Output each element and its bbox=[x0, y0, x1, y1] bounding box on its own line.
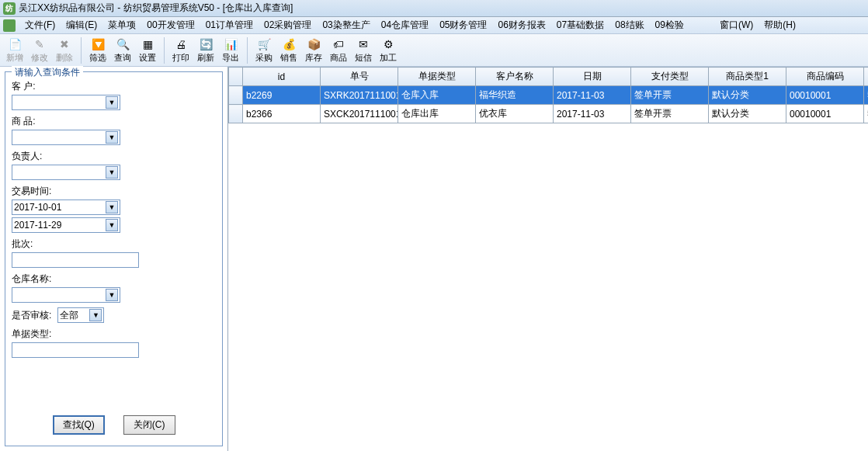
menu-report[interactable]: 06财务报表 bbox=[493, 17, 550, 33]
toolbar-label: 打印 bbox=[172, 52, 189, 64]
cell[interactable]: 50D涤 bbox=[864, 105, 869, 123]
toolbar-打印[interactable]: 🖨打印 bbox=[169, 36, 193, 64]
cell[interactable]: 2017-11-03 bbox=[554, 105, 631, 123]
col-2[interactable]: 单据类型 bbox=[398, 68, 476, 86]
menu-finance[interactable]: 05财务管理 bbox=[435, 17, 491, 33]
search-button[interactable]: 查找(Q) bbox=[53, 415, 105, 435]
cell[interactable]: 仓库出库 bbox=[398, 105, 476, 123]
audited-combo[interactable]: 全部 ▼ bbox=[57, 307, 104, 323]
fieldset-legend: 请输入查询条件 bbox=[12, 66, 83, 79]
toolbar-label: 查询 bbox=[114, 52, 131, 64]
查询-icon: 🔍 bbox=[116, 37, 130, 51]
menu-dev[interactable]: 00开发管理 bbox=[142, 17, 199, 33]
cell[interactable]: 福华织造 bbox=[476, 86, 554, 105]
toolbar-label: 修改 bbox=[31, 52, 48, 64]
chevron-down-icon: ▼ bbox=[106, 219, 118, 231]
close-button[interactable]: 关闭(C) bbox=[123, 415, 175, 435]
toolbar-刷新[interactable]: 🔄刷新 bbox=[194, 36, 217, 64]
cell[interactable]: SXCK2017111001 bbox=[321, 105, 398, 123]
label-warehouse: 仓库名称: bbox=[12, 272, 216, 286]
toolbar-删除: ✖删除 bbox=[53, 36, 76, 64]
导出-icon: 📊 bbox=[224, 37, 238, 51]
date-from-combo[interactable]: 2017-10-01 ▼ bbox=[12, 199, 120, 215]
table-row[interactable]: b2269SXRK2017111001仓库入库福华织造2017-11-03签单开… bbox=[229, 86, 869, 105]
col-8[interactable] bbox=[864, 68, 869, 86]
menubar: 文件(F) 编辑(E) 菜单项 00开发管理 01订单管理 02采购管理 03染… bbox=[0, 17, 868, 34]
menu-settle[interactable]: 08结账 bbox=[610, 17, 648, 33]
cell[interactable]: 00010001 bbox=[786, 105, 864, 123]
col-0[interactable]: id bbox=[243, 68, 321, 86]
menu-purchase[interactable]: 02采购管理 bbox=[259, 17, 316, 33]
chevron-down-icon: ▼ bbox=[106, 201, 118, 213]
新增-icon: 📄 bbox=[8, 37, 22, 51]
toolbar-sep bbox=[247, 37, 248, 64]
toolbar-加工[interactable]: ⚙加工 bbox=[377, 36, 400, 64]
商品-icon: 🏷 bbox=[332, 37, 345, 51]
menu-dye[interactable]: 03染整生产 bbox=[318, 17, 374, 33]
menu-file[interactable]: 文件(F) bbox=[20, 17, 60, 33]
customer-combo[interactable]: ▼ bbox=[12, 95, 120, 110]
cell[interactable]: b2366 bbox=[243, 105, 321, 123]
col-1[interactable]: 单号 bbox=[321, 68, 398, 86]
cell[interactable]: 默认分类 bbox=[709, 105, 786, 123]
menu-icon bbox=[3, 19, 16, 32]
menu-inspect[interactable]: 09检验 bbox=[651, 17, 689, 33]
toolbar-新增: 📄新增 bbox=[3, 36, 26, 64]
cell[interactable]: 2017-11-03 bbox=[554, 86, 631, 105]
toolbar-库存[interactable]: 📦库存 bbox=[302, 36, 325, 64]
col-6[interactable]: 商品类型1 bbox=[709, 68, 786, 86]
toolbar-label: 新增 bbox=[6, 52, 23, 64]
date-to-combo[interactable]: 2017-11-29 ▼ bbox=[12, 217, 120, 233]
warehouse-combo[interactable]: ▼ bbox=[12, 287, 120, 303]
query-sidebar: 请输入查询条件 客 户: ▼ 商 品: ▼ 负责人: bbox=[0, 67, 228, 451]
toolbar-短信[interactable]: ✉短信 bbox=[352, 36, 375, 64]
col-5[interactable]: 支付类型 bbox=[631, 68, 709, 86]
打印-icon: 🖨 bbox=[174, 37, 188, 51]
toolbar-筛选[interactable]: 🔽筛选 bbox=[86, 36, 109, 64]
toolbar-label: 删除 bbox=[56, 52, 73, 64]
col-7[interactable]: 商品编码 bbox=[786, 68, 864, 86]
menu-edit[interactable]: 编辑(E) bbox=[61, 17, 102, 33]
采购-icon: 🛒 bbox=[257, 37, 271, 51]
cell[interactable]: 00010001 bbox=[786, 86, 864, 105]
menu-items[interactable]: 菜单项 bbox=[103, 17, 141, 33]
库存-icon: 📦 bbox=[307, 37, 321, 51]
col-4[interactable]: 日期 bbox=[554, 68, 631, 86]
label-billtype: 单据类型: bbox=[12, 328, 216, 341]
person-combo[interactable]: ▼ bbox=[12, 165, 120, 180]
cell[interactable]: SXRK2017111001 bbox=[321, 86, 398, 105]
toolbar-导出[interactable]: 📊导出 bbox=[219, 36, 242, 64]
cell[interactable]: 默认分类 bbox=[709, 86, 786, 105]
menu-warehouse[interactable]: 04仓库管理 bbox=[377, 17, 433, 33]
chevron-down-icon: ▼ bbox=[106, 166, 118, 179]
toolbar-采购[interactable]: 🛒采购 bbox=[252, 36, 276, 64]
label-batch: 批次: bbox=[12, 238, 216, 251]
col-3[interactable]: 客户名称 bbox=[476, 68, 554, 86]
toolbar-销售[interactable]: 💰销售 bbox=[277, 36, 300, 64]
product-combo[interactable]: ▼ bbox=[12, 130, 120, 145]
cell[interactable]: 仓库入库 bbox=[398, 86, 476, 105]
app-icon: 纺 bbox=[3, 2, 16, 15]
menu-basedata[interactable]: 07基础数据 bbox=[552, 17, 609, 33]
menu-help[interactable]: 帮助(H) bbox=[759, 17, 800, 33]
label-product: 商 品: bbox=[12, 115, 216, 128]
toolbar-商品[interactable]: 🏷商品 bbox=[327, 36, 350, 64]
toolbar-设置[interactable]: ▦设置 bbox=[136, 36, 159, 64]
短信-icon: ✉ bbox=[356, 37, 370, 51]
toolbar-查询[interactable]: 🔍查询 bbox=[111, 36, 134, 64]
cell[interactable]: 签单开票 bbox=[631, 105, 709, 123]
cell[interactable]: 优衣库 bbox=[476, 105, 554, 123]
设置-icon: ▦ bbox=[141, 37, 155, 51]
results-grid[interactable]: id单号单据类型客户名称日期支付类型商品类型1商品编码 b2269SXRK201… bbox=[228, 67, 868, 123]
batch-input[interactable] bbox=[12, 252, 139, 268]
cell[interactable]: b2269 bbox=[243, 86, 321, 105]
menu-order[interactable]: 01订单管理 bbox=[201, 17, 258, 33]
toolbar: 📄新增✎修改✖删除 🔽筛选🔍查询▦设置 🖨打印🔄刷新📊导出 🛒采购💰销售📦库存🏷… bbox=[0, 34, 868, 67]
menu-window[interactable]: 窗口(W) bbox=[715, 17, 758, 33]
table-row[interactable]: b2366SXCK2017111001仓库出库优衣库2017-11-03签单开票… bbox=[229, 105, 869, 123]
cell[interactable]: 签单开票 bbox=[631, 86, 709, 105]
toolbar-label: 销售 bbox=[280, 52, 297, 64]
billtype-input[interactable] bbox=[12, 342, 139, 358]
修改-icon: ✎ bbox=[33, 37, 47, 51]
cell[interactable]: 50D涤 bbox=[864, 86, 869, 105]
